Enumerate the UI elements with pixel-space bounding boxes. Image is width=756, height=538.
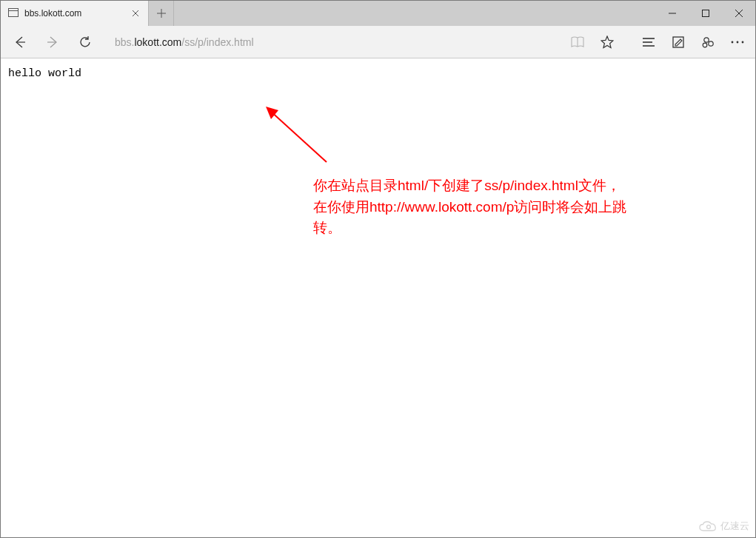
svg-point-20: [732, 41, 734, 43]
svg-point-25: [707, 525, 711, 528]
close-tab-icon[interactable]: [130, 8, 141, 19]
notes-icon[interactable]: [663, 26, 693, 58]
svg-point-18: [709, 41, 713, 45]
reading-view-icon[interactable]: [563, 26, 592, 58]
browser-tab[interactable]: bbs.lokott.com: [1, 1, 149, 26]
svg-point-21: [737, 41, 739, 43]
page-content: hello world 你在站点目录html/下创建了ss/p/index.ht…: [1, 58, 755, 537]
toolbar: bbs.lokott.com/ss/p/index.html: [1, 26, 755, 58]
svg-rect-0: [9, 9, 19, 17]
window-controls: [655, 1, 755, 26]
cloud-icon: [698, 520, 717, 533]
watermark: 亿速云: [698, 519, 749, 533]
url-host: lokott.com: [134, 36, 181, 48]
right-tools: [563, 26, 752, 58]
page-body-text: hello world: [8, 67, 81, 80]
tab-title: bbs.lokott.com: [24, 8, 130, 19]
svg-point-22: [742, 41, 744, 43]
url-subdomain: bbs.: [115, 36, 134, 48]
url-path: /ss/p/index.html: [181, 36, 253, 48]
svg-point-17: [704, 37, 709, 41]
refresh-button[interactable]: [69, 26, 101, 58]
svg-line-23: [270, 110, 327, 162]
browser-window: bbs.lokott.com: [0, 0, 756, 538]
new-tab-button[interactable]: [149, 1, 174, 26]
page-icon: [8, 7, 19, 20]
svg-rect-16: [673, 37, 683, 47]
tab-bar: bbs.lokott.com: [1, 1, 755, 26]
forward-button[interactable]: [36, 26, 69, 58]
maximize-button[interactable]: [689, 1, 722, 26]
hub-icon[interactable]: [634, 26, 663, 58]
watermark-text: 亿速云: [720, 519, 749, 533]
annotation-arrow: [264, 104, 338, 171]
svg-point-19: [703, 43, 707, 47]
favorite-star-icon[interactable]: [592, 26, 622, 58]
close-window-button[interactable]: [722, 1, 755, 26]
svg-marker-24: [266, 107, 278, 119]
more-icon[interactable]: [723, 26, 752, 58]
address-bar[interactable]: bbs.lokott.com/ss/p/index.html: [106, 31, 558, 53]
minimize-button[interactable]: [655, 1, 689, 26]
svg-rect-7: [702, 10, 709, 17]
share-icon[interactable]: [693, 26, 723, 58]
back-button[interactable]: [4, 26, 36, 58]
annotation-text: 你在站点目录html/下创建了ss/p/index.html文件，在你使用htt…: [313, 175, 632, 239]
